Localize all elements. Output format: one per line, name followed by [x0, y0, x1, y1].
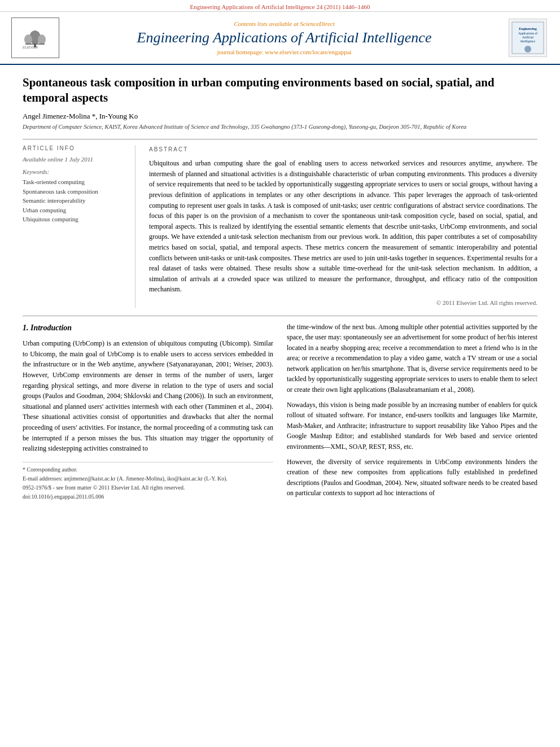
elsevier-header: ELSEVIER Contents lists available at Sci…	[0, 12, 560, 65]
keyword-2: Spontaneous task composition	[23, 187, 126, 196]
journal-citation-bar: Engineering Applications of Artificial I…	[0, 0, 560, 12]
svg-point-11	[524, 46, 531, 53]
footnote-corresponding: * Corresponding author.	[23, 466, 273, 474]
journal-title-center: Contents lists available at ScienceDirec…	[62, 20, 506, 55]
svg-text:Applications of: Applications of	[518, 32, 537, 35]
body-right-column: the time-window of the next bus. Among m…	[287, 322, 537, 504]
elsevier-logo: ELSEVIER	[11, 18, 62, 58]
homepage-label: journal homepage:	[217, 49, 263, 55]
article-info-abstract-section: ARTICLE INFO Available online 1 July 201…	[23, 145, 537, 307]
intro-paragraph-1: Urban computing (UrbComp) is an extensio…	[23, 338, 273, 454]
homepage-url[interactable]: www.elsevier.com/locate/engappai	[265, 49, 351, 55]
footnote-email: E-mail addresses: anjimenez@kaist.ac.kr …	[23, 475, 273, 483]
rule-after-abstract	[23, 316, 537, 316]
keyword-1: Task-oriented computing	[23, 177, 126, 187]
intro-paragraph-right-1: the time-window of the next bus. Among m…	[287, 322, 537, 395]
paper-title: Spontaneous task composition in urban co…	[23, 75, 537, 106]
journal-right-logo-box: Engineering Applications of Artificial I…	[509, 19, 547, 57]
journal-homepage: journal homepage: www.elsevier.com/locat…	[62, 49, 506, 55]
footnote-copyright: 0952-1976/$ - see front matter © 2011 El…	[23, 484, 273, 492]
keywords-section: Keywords: Task-oriented computing Sponta…	[23, 168, 126, 224]
keywords-label: Keywords:	[23, 168, 126, 175]
svg-point-3	[38, 34, 46, 45]
authors-text: Angel Jimenez-Molina *, In-Young Ko	[23, 112, 138, 120]
abstract-column: ABSTRACT Ubiquitous and urban computing …	[149, 145, 537, 307]
article-info-heading: ARTICLE INFO	[23, 145, 126, 151]
journal-citation-text: Engineering Applications of Artificial I…	[190, 3, 370, 10]
sciencedirect-line: Contents lists available at ScienceDirec…	[62, 20, 506, 27]
copyright-text: © 2011 Elsevier Ltd. All rights reserved…	[149, 298, 537, 308]
abstract-heading: ABSTRACT	[149, 145, 537, 154]
footnote-doi: doi:10.1016/j.engappai.2011.05.006	[23, 493, 273, 501]
svg-text:Engineering: Engineering	[519, 27, 536, 30]
journal-right-logo: Engineering Applications of Artificial I…	[506, 19, 549, 57]
contents-label: Contents lists available at	[234, 20, 299, 27]
svg-text:ELSEVIER: ELSEVIER	[22, 46, 38, 49]
svg-text:Artificial: Artificial	[522, 36, 533, 39]
journal-main-title: Engineering Applications of Artificial I…	[62, 29, 506, 46]
available-online-label: Available online 1 July 2011	[23, 156, 126, 163]
intro-paragraph-right-3: However, the diversity of service requir…	[287, 457, 537, 499]
keyword-4: Urban computing	[23, 206, 126, 215]
svg-point-2	[24, 34, 32, 45]
paper-authors: Angel Jimenez-Molina *, In-Young Ko	[23, 112, 537, 121]
paper-affiliation: Department of Computer Science, KAIST, K…	[23, 123, 537, 132]
article-info-column: ARTICLE INFO Available online 1 July 201…	[23, 145, 135, 307]
body-two-column: 1. Introduction Urban computing (UrbComp…	[23, 322, 537, 504]
elsevier-logo-box: ELSEVIER	[11, 18, 59, 58]
svg-text:Intelligence: Intelligence	[520, 40, 536, 43]
rule-after-affiliation	[23, 139, 537, 139]
keyword-3: Semantic interoperability	[23, 196, 126, 206]
intro-paragraph-right-2: Nowadays, this vision is being made poss…	[287, 400, 537, 452]
footnotes-section: * Corresponding author. E-mail addresses…	[23, 462, 273, 501]
body-left-column: 1. Introduction Urban computing (UrbComp…	[23, 322, 273, 504]
paper-content: Spontaneous task composition in urban co…	[0, 65, 560, 514]
abstract-text: Ubiquitous and urban computing share the…	[149, 158, 537, 295]
keyword-5: Ubiquitous computing	[23, 215, 126, 224]
sciencedirect-link-text[interactable]: ScienceDirect	[300, 20, 335, 27]
section-1-title: 1. Introduction	[23, 322, 273, 334]
